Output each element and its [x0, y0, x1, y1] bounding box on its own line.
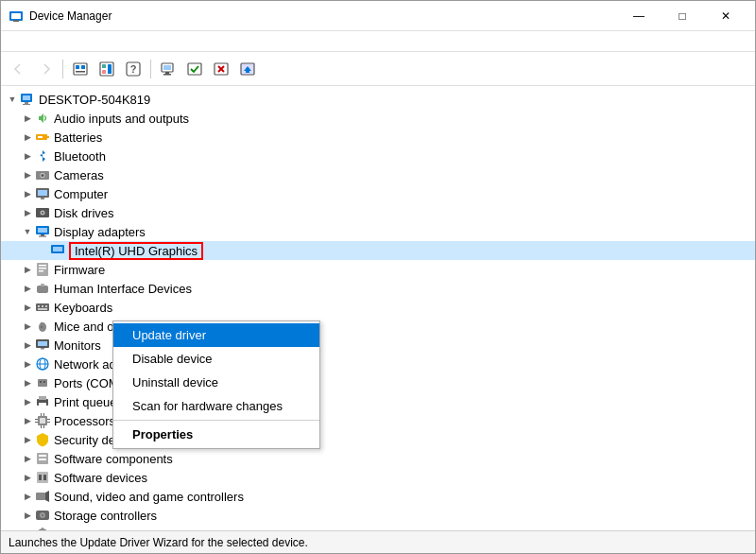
scan-button[interactable] — [182, 57, 207, 81]
list-item[interactable]: ▶ Firmware — [1, 260, 755, 279]
toggle-security[interactable]: ▶ — [20, 432, 35, 447]
toggle-human[interactable]: ▶ — [20, 281, 35, 296]
svg-rect-67 — [40, 381, 42, 383]
hid-icon — [35, 281, 50, 296]
toggle-print[interactable]: ▶ — [20, 394, 35, 409]
maximize-button[interactable]: □ — [661, 1, 704, 31]
svg-rect-70 — [39, 396, 46, 400]
mice-icon — [35, 319, 50, 334]
uninstall-button[interactable] — [209, 57, 233, 81]
svg-text:?: ? — [130, 63, 137, 75]
svg-rect-80 — [47, 419, 50, 420]
keyboard-icon — [35, 300, 50, 315]
svg-rect-87 — [43, 475, 46, 480]
toggle-audio[interactable]: ▶ — [20, 111, 35, 126]
svg-rect-8 — [102, 64, 106, 68]
toggle-processors[interactable]: ▶ — [20, 413, 35, 428]
toggle-sound[interactable]: ▶ — [20, 489, 35, 504]
tree-item-label: Sound, video and game controllers — [54, 490, 244, 504]
svg-point-33 — [42, 174, 44, 177]
title-bar: Device Manager — □ ✕ — [1, 1, 755, 31]
list-item[interactable]: ▶ Software components — [1, 449, 755, 468]
svg-rect-73 — [40, 418, 45, 424]
toggle-bluetooth[interactable]: ▶ — [20, 148, 35, 164]
tree-item-label: Bluetooth — [54, 149, 106, 164]
toggle-software-comp[interactable]: ▶ — [20, 451, 35, 466]
toggle-system[interactable]: ▶ — [20, 527, 35, 530]
toggle-ports[interactable]: ▶ — [20, 375, 35, 390]
list-item[interactable]: ▶ Disk drives — [1, 203, 755, 222]
ports-icon — [35, 375, 50, 390]
processors-icon — [35, 413, 50, 428]
device-manager-button[interactable] — [156, 57, 180, 81]
toolbar-separator-2 — [150, 60, 151, 78]
list-item[interactable]: ▶ Cameras — [1, 165, 755, 184]
toggle-batteries[interactable]: ▶ — [20, 130, 35, 145]
toggle-storage[interactable]: ▶ — [20, 508, 35, 523]
svg-rect-68 — [43, 381, 45, 383]
list-item[interactable]: ▶ Storage controllers — [1, 506, 755, 525]
minimize-button[interactable]: — — [617, 1, 661, 31]
toggle-monitors[interactable]: ▶ — [20, 338, 35, 353]
list-item[interactable]: ▶ Batteries — [1, 128, 755, 147]
svg-rect-5 — [81, 65, 85, 69]
svg-rect-84 — [39, 459, 46, 460]
list-item[interactable]: ▶ Bluetooth — [1, 147, 755, 165]
tree-item-label: Keyboards — [54, 301, 112, 315]
list-item[interactable]: ▶ Software devices — [1, 468, 755, 487]
svg-rect-16 — [163, 74, 171, 76]
device-manager-window: Device Manager — □ ✕ — [0, 0, 756, 554]
show-resources-button[interactable] — [94, 57, 119, 81]
tree-root[interactable]: ▼ DESKTOP-504K819 — [1, 90, 755, 109]
tree-item-label: Human Interface Devices — [54, 282, 192, 296]
svg-rect-6 — [76, 71, 85, 73]
svg-rect-62 — [41, 348, 44, 350]
close-button[interactable]: ✕ — [704, 1, 747, 31]
show-hidden-button[interactable] — [68, 57, 93, 81]
list-item[interactable]: ▶ Audio inputs and outputs — [1, 109, 755, 128]
context-menu-properties[interactable]: Properties — [113, 423, 319, 446]
toggle-software-dev[interactable]: ▶ — [20, 470, 35, 485]
svg-rect-17 — [188, 63, 201, 75]
network-icon — [35, 356, 50, 372]
tree-item-label: Disk drives — [54, 206, 114, 220]
svg-rect-9 — [108, 64, 112, 74]
menu-bar — [1, 31, 755, 52]
context-menu-disable-device[interactable]: Disable device — [113, 347, 319, 371]
list-item[interactable]: ▶ System devices — [1, 525, 755, 530]
svg-point-92 — [42, 514, 43, 516]
list-item[interactable]: Intel(R) UHD Graphics — [1, 241, 755, 260]
cameras-icon — [35, 167, 50, 182]
context-menu-uninstall-device[interactable]: Uninstall device — [113, 371, 319, 394]
intel-label: Intel(R) UHD Graphics — [69, 242, 203, 260]
toggle-mice[interactable]: ▶ — [20, 319, 35, 334]
root-toggle[interactable]: ▼ — [5, 92, 20, 107]
list-item[interactable]: ▶ Sound, video and game controllers — [1, 487, 755, 506]
toggle-keyboards[interactable]: ▶ — [20, 300, 35, 315]
toggle-disk[interactable]: ▶ — [20, 205, 35, 220]
tree-item-label: System devices — [54, 528, 140, 531]
back-button[interactable] — [7, 57, 31, 81]
list-item[interactable]: ▶ Computer — [1, 184, 755, 203]
toggle-firmware[interactable]: ▶ — [20, 262, 35, 277]
svg-rect-36 — [41, 198, 44, 199]
toggle-computer[interactable]: ▶ — [20, 186, 35, 201]
svg-rect-14 — [163, 65, 171, 70]
list-item[interactable]: ▶ Keyboards — [1, 298, 755, 317]
toggle-network[interactable]: ▶ — [20, 356, 35, 372]
toggle-display[interactable]: ▼ — [20, 224, 35, 239]
help-button[interactable]: ? — [121, 57, 146, 81]
list-item[interactable]: ▶ Human Interface Devices — [1, 279, 755, 298]
context-menu-update-driver[interactable]: Update driver — [113, 323, 319, 347]
forward-button[interactable] — [33, 57, 58, 81]
context-menu-scan-hardware[interactable]: Scan for hardware changes — [113, 394, 319, 418]
update-driver-button[interactable] — [235, 57, 260, 81]
storage-icon — [35, 508, 50, 523]
tree-view[interactable]: ▼ DESKTOP-504K819 ▶ Audio inputs — [1, 86, 755, 530]
list-item[interactable]: ▼ Display adapters — [1, 222, 755, 241]
software-dev-icon — [35, 470, 50, 485]
battery-icon — [35, 130, 50, 145]
security-icon — [35, 432, 50, 447]
svg-rect-43 — [39, 236, 46, 237]
toggle-cameras[interactable]: ▶ — [20, 167, 35, 182]
